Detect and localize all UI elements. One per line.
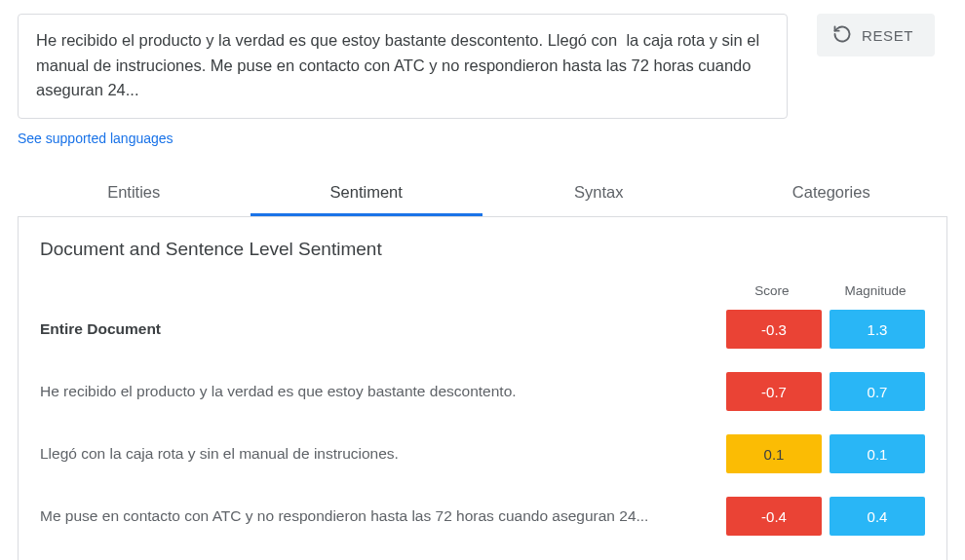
sentiment-row-label: Entire Document [40, 317, 726, 340]
sentiment-row-label: Llegó con la caja rota y sin el manual d… [40, 442, 726, 465]
supported-languages-link[interactable]: See supported languages [18, 131, 174, 146]
tab-categories[interactable]: Categories [715, 171, 948, 215]
tab-syntax[interactable]: Syntax [482, 171, 715, 215]
result-tabs: Entities Sentiment Syntax Categories [18, 171, 947, 216]
score-header: Score [724, 283, 820, 298]
tab-entities[interactable]: Entities [18, 171, 251, 215]
analysis-input[interactable] [18, 14, 788, 119]
sentiment-row: Llegó con la caja rota y sin el manual d… [40, 434, 925, 473]
reset-button[interactable]: RESET [817, 14, 935, 56]
sentiment-row: Me puse en contacto con ATC y no respond… [40, 497, 925, 536]
score-value: 0.1 [726, 434, 822, 473]
column-headers: Score Magnitude [40, 283, 925, 298]
magnitude-header: Magnitude [828, 283, 923, 298]
sentiment-panel: Document and Sentence Level Sentiment Sc… [18, 216, 947, 560]
score-value: -0.3 [726, 310, 822, 349]
sentiment-row-label: Me puse en contacto con ATC y no respond… [40, 504, 726, 527]
sentiment-row: He recibido el producto y la verdad es q… [40, 372, 925, 411]
reset-label: RESET [862, 27, 913, 44]
magnitude-value: 0.4 [830, 497, 925, 536]
sentiment-row: Entire Document-0.31.3 [40, 310, 925, 349]
reset-icon [832, 24, 852, 47]
magnitude-value: 0.7 [830, 372, 925, 411]
score-value: -0.7 [726, 372, 822, 411]
magnitude-value: 0.1 [830, 434, 925, 473]
score-value: -0.4 [726, 497, 822, 536]
sentiment-row-label: He recibido el producto y la verdad es q… [40, 380, 726, 402]
magnitude-value: 1.3 [830, 310, 925, 349]
panel-title: Document and Sentence Level Sentiment [40, 239, 925, 260]
tab-sentiment[interactable]: Sentiment [251, 171, 483, 215]
